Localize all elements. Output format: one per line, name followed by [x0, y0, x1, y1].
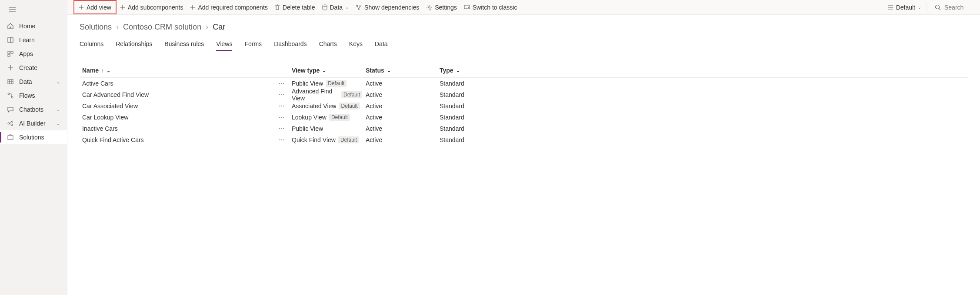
search-input[interactable]: [943, 3, 974, 11]
sidebar-item-solutions[interactable]: Solutions: [0, 130, 67, 144]
tab-views[interactable]: Views: [216, 40, 232, 51]
add-subcomponents-button[interactable]: Add subcomponents: [117, 0, 187, 14]
chevron-down-icon: ⌄: [107, 68, 110, 73]
sidebar-item-learn[interactable]: Learn: [0, 33, 67, 47]
default-badge: Default: [329, 114, 350, 121]
chevron-down-icon: ⌄: [57, 121, 60, 126]
row-status: Active: [366, 80, 382, 87]
breadcrumb-solutions[interactable]: Solutions: [80, 23, 112, 32]
tab-business-rules[interactable]: Business rules: [164, 40, 204, 51]
list-icon: [887, 5, 893, 10]
view-selector-dropdown[interactable]: Default ⌄: [884, 0, 925, 14]
table-row[interactable]: Car Associated View⋯Associated ViewDefau…: [80, 100, 968, 112]
sidebar-item-home[interactable]: Home: [0, 19, 67, 33]
settings-button[interactable]: Settings: [423, 0, 460, 14]
svg-point-9: [8, 93, 10, 95]
table-row[interactable]: Quick Find Active Cars⋯Quick Find ViewDe…: [80, 134, 968, 146]
default-badge: Default: [338, 136, 359, 143]
sidebar-item-flows[interactable]: Flows: [0, 89, 67, 103]
breadcrumb-current: Car: [213, 23, 225, 32]
main-area: Add view Add subcomponents Add required …: [67, 0, 980, 295]
plus-icon: [120, 5, 125, 10]
chevron-down-icon: ⌄: [387, 68, 391, 73]
command-label: Add subcomponents: [128, 4, 183, 11]
left-nav: Home Learn Apps Create Data ⌄ Flows: [0, 0, 67, 295]
chevron-down-icon: ⌄: [57, 80, 60, 84]
row-name: Active Cars: [82, 80, 113, 87]
chevron-down-icon: ⌄: [322, 68, 326, 73]
svg-line-15: [10, 123, 12, 125]
command-bar: Add view Add subcomponents Add required …: [67, 0, 980, 15]
svg-point-23: [936, 5, 940, 9]
sidebar-item-chatbots[interactable]: Chatbots ⌄: [0, 103, 67, 116]
sidebar-item-ai-builder[interactable]: AI Builder ⌄: [0, 116, 67, 130]
svg-rect-16: [8, 136, 13, 139]
row-type: Standard: [440, 80, 464, 87]
home-icon: [7, 23, 14, 30]
svg-rect-5: [8, 80, 13, 84]
svg-line-14: [10, 122, 12, 124]
sidebar-item-apps[interactable]: Apps: [0, 47, 67, 61]
row-more-button[interactable]: ⋯: [275, 114, 288, 121]
tab-data[interactable]: Data: [375, 40, 388, 51]
tab-forms[interactable]: Forms: [244, 40, 262, 51]
column-header-type[interactable]: Type ⌄: [436, 67, 510, 74]
command-label: Switch to classic: [473, 4, 517, 11]
row-more-button[interactable]: ⋯: [275, 80, 288, 87]
column-header-label: Name: [82, 67, 99, 74]
tab-charts[interactable]: Charts: [319, 40, 337, 51]
tab-dashboards[interactable]: Dashboards: [274, 40, 307, 51]
add-view-button[interactable]: Add view: [73, 0, 117, 14]
row-name: Inactive Cars: [82, 125, 118, 132]
default-badge: Default: [339, 103, 360, 109]
table-row[interactable]: Inactive Cars⋯Public ViewActiveStandard: [80, 123, 968, 134]
row-more-button[interactable]: ⋯: [275, 103, 288, 109]
add-required-components-button[interactable]: Add required components: [187, 0, 271, 14]
hamburger-button[interactable]: [0, 0, 67, 19]
svg-line-24: [939, 8, 941, 10]
row-name: Quick Find Active Cars: [82, 136, 144, 143]
row-name: Car Lookup View: [82, 114, 128, 121]
search-box[interactable]: [929, 0, 980, 14]
sidebar-item-label: Data: [19, 78, 57, 85]
row-status: Active: [366, 125, 382, 132]
sidebar-item-data[interactable]: Data ⌄: [0, 75, 67, 89]
row-status: Active: [366, 91, 382, 98]
row-more-button[interactable]: ⋯: [275, 91, 288, 98]
tab-keys[interactable]: Keys: [349, 40, 363, 51]
show-dependencies-button[interactable]: Show dependencies: [352, 0, 423, 14]
tab-relationships[interactable]: Relationships: [116, 40, 152, 51]
column-header-name[interactable]: Name ↑ ⌄: [80, 67, 275, 74]
content-pane: Solutions › Contoso CRM solution › Car C…: [67, 15, 980, 295]
delete-table-button[interactable]: Delete table: [271, 0, 319, 14]
column-header-view-type[interactable]: View type ⌄: [288, 67, 362, 74]
tab-columns[interactable]: Columns: [80, 40, 103, 51]
table-row[interactable]: Car Lookup View⋯Lookup ViewDefaultActive…: [80, 112, 968, 123]
table-row[interactable]: Active Cars⋯Public ViewDefaultActiveStan…: [80, 78, 968, 89]
grid-header-row: Name ↑ ⌄ View type ⌄ Status ⌄ Type: [80, 63, 968, 78]
column-header-label: Type: [440, 67, 453, 74]
separator: [927, 3, 927, 12]
chevron-down-icon: ⌄: [456, 68, 460, 73]
row-type: Standard: [440, 103, 464, 109]
row-more-button[interactable]: ⋯: [275, 125, 288, 132]
chat-icon: [7, 106, 14, 113]
plus-icon: [79, 5, 84, 10]
sidebar-item-create[interactable]: Create: [0, 61, 67, 75]
row-more-button[interactable]: ⋯: [275, 136, 288, 143]
flow-icon: [7, 92, 14, 99]
data-dropdown-button[interactable]: Data ⌄: [319, 0, 353, 14]
row-type: Standard: [440, 91, 464, 98]
table-row[interactable]: Car Advanced Find View⋯Advanced Find Vie…: [80, 89, 968, 100]
row-view-type: Quick Find View: [292, 136, 336, 143]
default-badge: Default: [341, 91, 362, 98]
column-header-status[interactable]: Status ⌄: [362, 67, 436, 74]
command-label: Delete table: [283, 4, 315, 11]
chevron-right-icon: ›: [116, 23, 119, 32]
views-grid: Name ↑ ⌄ View type ⌄ Status ⌄ Type: [80, 63, 968, 146]
switch-to-classic-button[interactable]: Switch to classic: [460, 0, 521, 14]
svg-point-17: [323, 5, 327, 7]
gear-icon: [426, 4, 432, 10]
breadcrumb-solution-name[interactable]: Contoso CRM solution: [123, 23, 201, 32]
search-icon: [935, 4, 941, 10]
